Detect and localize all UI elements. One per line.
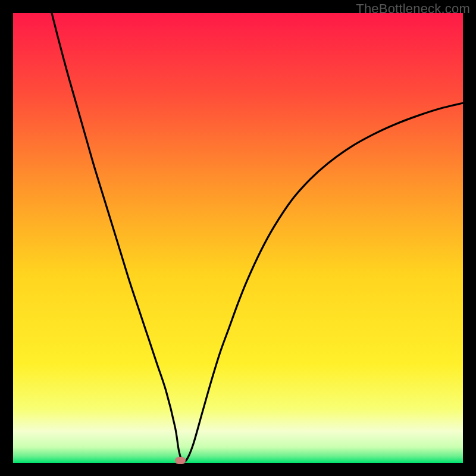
minimum-marker bbox=[175, 457, 186, 464]
watermark-text: TheBottleneck.com bbox=[356, 1, 470, 17]
chart-frame bbox=[13, 13, 463, 463]
gradient-background bbox=[13, 13, 463, 463]
bottleneck-chart bbox=[13, 13, 463, 463]
